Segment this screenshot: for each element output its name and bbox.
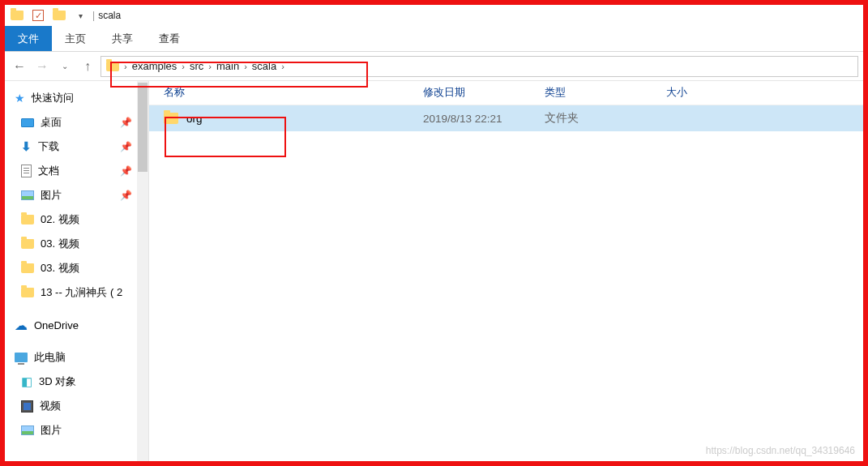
crumb-src[interactable]: src [190, 60, 203, 72]
qat-properties-icon[interactable] [8, 6, 26, 24]
nav-forward-button[interactable]: → [32, 57, 52, 76]
address-bar: ← → ⌄ ↑ › examples › src › main › scala … [5, 52, 863, 81]
qat-check-icon[interactable]: ✓ [29, 6, 47, 24]
sidebar-item-desktop[interactable]: 桌面📌 [5, 110, 148, 135]
picture-icon [21, 425, 34, 435]
file-name: org [186, 113, 203, 125]
ribbon-tabs: 文件 主页 共享 查看 [5, 26, 863, 52]
download-icon: ⬇ [21, 139, 32, 154]
col-date[interactable]: 修改日期 [423, 86, 545, 100]
sidebar-this-pc[interactable]: 此电脑 [5, 345, 148, 370]
file-date: 2019/8/13 22:21 [423, 113, 545, 125]
crumb-main[interactable]: main [216, 60, 239, 72]
sidebar-item-folder[interactable]: 02. 视频 [5, 207, 148, 232]
sidebar-item-pictures[interactable]: 图片 [5, 418, 148, 442]
file-row[interactable]: org 2019/8/13 22:21 文件夹 [149, 105, 863, 131]
folder-icon [106, 62, 119, 71]
sidebar-item-folder[interactable]: 03. 视频 [5, 256, 148, 280]
desktop-icon [21, 118, 34, 127]
cloud-icon: ☁ [15, 318, 28, 333]
nav-back-button[interactable]: ← [10, 57, 29, 76]
navigation-pane: ★ 快速访问 桌面📌 ⬇下载📌 文档📌 图片📌 02. 视频 03. 视频 03… [5, 81, 149, 461]
file-type: 文件夹 [545, 111, 666, 126]
pin-icon: 📌 [120, 165, 132, 177]
col-size[interactable]: 大小 [666, 86, 739, 100]
chevron-right-icon[interactable]: › [281, 62, 284, 71]
chevron-right-icon[interactable]: › [244, 62, 247, 71]
tab-file[interactable]: 文件 [5, 26, 52, 51]
sidebar-item-folder[interactable]: 03. 视频 [5, 232, 148, 256]
qat-dropdown-icon[interactable]: ▾ [71, 6, 89, 24]
folder-icon [21, 239, 34, 249]
sidebar-item-3d[interactable]: ◧3D 对象 [5, 370, 148, 394]
col-name[interactable]: 名称 [164, 86, 423, 100]
sidebar-onedrive[interactable]: ☁OneDrive [5, 313, 148, 337]
sidebar-item-documents[interactable]: 文档📌 [5, 159, 148, 183]
file-list: 名称 修改日期 类型 大小 org 2019/8/13 22:21 文件夹 [149, 81, 863, 461]
window-title: scala [98, 10, 121, 21]
nav-recent-dropdown[interactable]: ⌄ [55, 57, 75, 76]
pin-icon: 📌 [120, 117, 132, 128]
pin-icon: 📌 [120, 190, 132, 201]
sidebar-item-folder[interactable]: 13 -- 九涧神兵 ( 2 [5, 280, 148, 305]
folder-icon [21, 288, 34, 297]
sidebar-item-pictures[interactable]: 图片📌 [5, 183, 148, 207]
watermark: https://blog.csdn.net/qq_34319646 [706, 445, 855, 456]
sidebar-quick-access[interactable]: ★ 快速访问 [5, 86, 148, 110]
chevron-right-icon[interactable]: › [124, 62, 127, 71]
column-headers: 名称 修改日期 类型 大小 [149, 81, 863, 105]
crumb-examples[interactable]: examples [132, 60, 177, 72]
qat-folder-icon[interactable] [50, 6, 68, 24]
tab-home[interactable]: 主页 [52, 26, 99, 51]
folder-icon [21, 215, 34, 224]
chevron-right-icon[interactable]: › [208, 62, 212, 71]
nav-up-button[interactable]: ↑ [78, 57, 97, 76]
video-icon [21, 400, 33, 413]
col-type[interactable]: 类型 [545, 86, 666, 100]
quick-access-label: 快速访问 [32, 91, 74, 105]
scrollbar-thumb[interactable] [138, 83, 148, 172]
sidebar-item-videos[interactable]: 视频 [5, 394, 148, 418]
breadcrumb-box[interactable]: › examples › src › main › scala › [100, 56, 858, 77]
chevron-right-icon[interactable]: › [182, 62, 185, 71]
tab-view[interactable]: 查看 [146, 26, 193, 51]
folder-icon [164, 113, 178, 124]
sidebar-item-downloads[interactable]: ⬇下载📌 [5, 135, 148, 159]
document-icon [21, 165, 32, 177]
tab-share[interactable]: 共享 [99, 26, 146, 51]
sidebar-scrollbar[interactable] [137, 81, 148, 461]
pc-icon [15, 353, 28, 362]
pin-icon: 📌 [120, 141, 132, 152]
folder-icon [21, 263, 34, 273]
cube-icon: ◧ [21, 374, 32, 389]
crumb-scala[interactable]: scala [252, 60, 276, 72]
picture-icon [21, 190, 34, 200]
title-bar: ✓ ▾ | scala [5, 5, 863, 26]
star-icon: ★ [15, 92, 25, 105]
